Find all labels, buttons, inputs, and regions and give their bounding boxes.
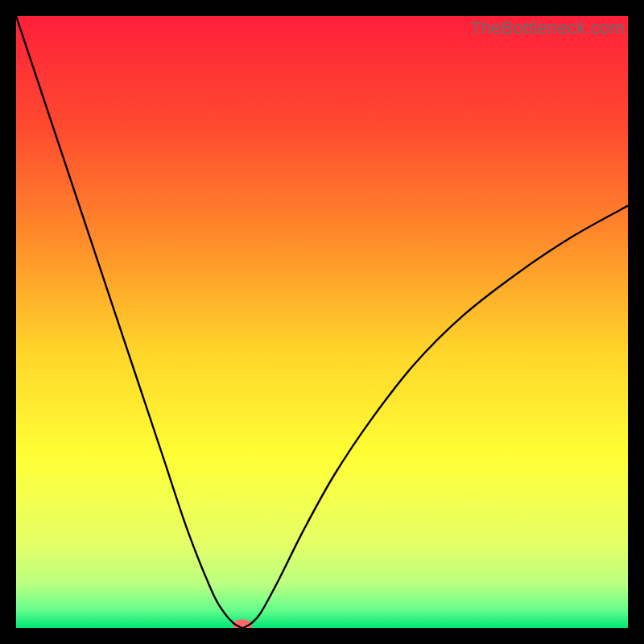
watermark-label: TheBottleneck.com	[470, 18, 625, 39]
chart-canvas	[16, 16, 628, 628]
chart-frame: TheBottleneck.com	[16, 16, 628, 628]
gradient-background	[16, 16, 628, 628]
